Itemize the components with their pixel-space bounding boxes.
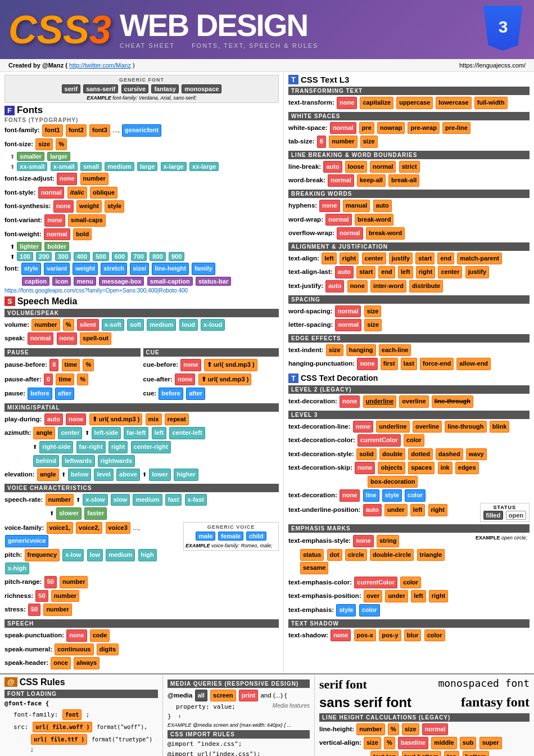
line-height-line: line-height: number % size normal — [319, 723, 530, 736]
tag-100: 100 — [17, 252, 33, 261]
t-badge-1: T — [288, 75, 298, 84]
text-decoration-basic-line: text-decoration: none underline overline… — [288, 395, 530, 408]
cue-after-line: cue-after: none ⬆ url( snd.mp3 ) — [143, 373, 279, 386]
pause-shorthand-line: pause: before after — [4, 387, 141, 400]
play-during-line: play-during: auto none ⬆ url( snd.mp3 ) … — [4, 413, 279, 426]
tag-font-variant: variant — [44, 263, 70, 275]
line-breaking-header: LINE BREAKING & WORD BOUNDARIES — [288, 151, 530, 159]
media-queries-header: MEDIA QUERIES (RESPONSIVE DESIGN) — [168, 680, 310, 688]
font-weight-nums: ⬆ 100 200 300 400 500 600 700 800 900 — [10, 251, 279, 262]
tag-small-caps: small-caps — [68, 214, 106, 227]
generic-font-label: GENERIC FONT — [8, 77, 275, 83]
shield-number: 3 — [499, 17, 508, 37]
css-import-header: CSS IMPORT RULES — [168, 730, 310, 739]
tag-percent: % — [56, 138, 67, 151]
tab-size-line: tab-size: 8 number size — [288, 135, 530, 148]
tag-status-bar: status-bar — [196, 277, 231, 286]
header-left: CSS3 WEB DESIGN CHEAT SHEET FONTS, TEXT,… — [8, 10, 318, 50]
src-code-1: src: url( file.woff ) format("woff"), — [4, 721, 158, 733]
voice-family-line: voice-family: voice1, voice2, voice3 ...… — [4, 521, 180, 548]
azimuth-line2: ⬆ right-side far-right right center-righ… — [33, 440, 279, 454]
pause-cue-after: pause-after: 0 time % cue-after: none ⬆ … — [4, 372, 279, 387]
at-badge: @ — [4, 677, 17, 687]
s-badge: S — [4, 296, 15, 306]
tag-700: 700 — [131, 252, 147, 261]
voice-family-generic: voice-family: voice1, voice2, voice3 ...… — [4, 521, 279, 617]
tag-italic: italic — [67, 187, 87, 199]
font-loading-header: FONT LOADING — [4, 690, 158, 698]
twitter-link[interactable]: http://twitter.com/Manz — [69, 62, 131, 69]
tag-x-large: x-large — [161, 162, 187, 171]
left-column: GENERIC FONT serif sans-serif cursive fa… — [0, 72, 284, 673]
voice-family-left: voice-family: voice1, voice2, voice3 ...… — [4, 521, 180, 617]
tag-style: style — [105, 200, 124, 213]
import2-line: @import url("index.css"); — [168, 750, 310, 756]
azimuth-line3: behind leftwards rightwards — [33, 454, 279, 468]
subtitle-label: FONTS, TEXT, SPEECH & RULES — [192, 42, 319, 49]
text-emphasis-shorthand-line: text-emphasis: style color — [288, 604, 530, 617]
tag-large: large — [137, 162, 157, 171]
t-badge-2: T — [288, 374, 298, 383]
text-emphasis-color-line: text-emphasis-color: currentColor color — [288, 576, 530, 590]
overflow-wrap-line: overflow-wrap: normal break-word — [288, 227, 530, 240]
text-align-last-line: text-align-last: auto start end left rig… — [288, 266, 530, 279]
pause-cue-labels: PAUSE CUE — [4, 346, 279, 358]
google-fonts-url: https://fonts.googleapis.com/css?family=… — [4, 287, 279, 294]
level3-header: LEVEL 3 — [288, 411, 530, 419]
tag-xx-large: xx-large — [189, 162, 219, 171]
richness-line: richness: 50 number — [4, 590, 180, 603]
css3-shield: 3 — [483, 6, 526, 53]
tag-font-family: family — [192, 263, 215, 275]
tag-number-1: number — [80, 173, 108, 185]
tag-icon: icon — [52, 277, 71, 286]
letter-spacing-line: letter-spacing: normal size — [288, 318, 530, 332]
main-content: GENERIC FONT serif sans-serif cursive fa… — [0, 72, 534, 673]
css-rules-section: @ CSS Rules FONT LOADING @font-face { fo… — [0, 673, 534, 756]
text-decoration-color-line: text-decoration-color: currentColor colo… — [288, 434, 530, 447]
example-font-family: EXAMPLE font-family: Verdana, Arial, san… — [8, 95, 275, 101]
tag-font-size: size/ — [130, 263, 149, 275]
font-serif-display: serif font — [319, 677, 367, 692]
tag-none-1: none — [57, 173, 77, 185]
font-shorthand-line: font: style variant weight stretch size/… — [4, 262, 279, 276]
text-decoration-title: CSS Text Decoration — [301, 374, 378, 382]
pitch-range-line: pitch-range: 50 number — [4, 575, 180, 589]
text-decoration-heading: T CSS Text Decoration — [288, 374, 530, 383]
text-underline-position-line: text-underline-position: auto under left… — [288, 503, 477, 517]
alignment-header: ALIGNMENT & JUSTIFICATION — [288, 242, 530, 251]
tag-normal-2: normal — [44, 228, 70, 241]
tag-menu: menu — [74, 277, 96, 286]
fantasy-text: fantasy font — [461, 695, 530, 709]
font-weight-sub: ⬆ lighter bolder — [10, 241, 279, 251]
generic-font-box: GENERIC FONT serif sans-serif cursive fa… — [4, 75, 279, 103]
speak-header-line: speak-header: once always — [4, 656, 279, 670]
css-rules-title: CSS Rules — [20, 677, 65, 687]
tag-font3: font3 — [89, 124, 110, 137]
generic-voice-label: GENERIC VOICE — [185, 524, 277, 530]
font-family-code: font-family: font ; — [4, 709, 158, 721]
serif-text: serif font — [319, 677, 367, 691]
text-indent-line: text-indent: size hanging each-line — [288, 344, 530, 357]
speak-numeral-line: speak-numeral: continuous digits — [4, 643, 279, 656]
css-text: CSS — [8, 8, 89, 52]
stress-line: stress: 50 number — [4, 603, 180, 616]
media-query-line: @media all screen print and (...) { — [168, 689, 310, 703]
text-decoration-line-line: text-decoration-line: none underline ove… — [288, 420, 530, 434]
text-decoration-shorthand-line: text-decoration: none line style color — [288, 489, 530, 502]
tag-font-stretch: stretch — [101, 263, 127, 275]
tag-400: 400 — [74, 252, 89, 261]
status-box: STATUS filled open — [480, 503, 530, 522]
tag-font2: font2 — [66, 124, 87, 137]
text-emphasis-style-line: text-emphasis-style: none string — [288, 534, 473, 548]
azimuth-line1: azimuth: angle center ⬆ left-side far-le… — [4, 426, 279, 440]
pause-cue-before: pause-before: 0 time % cue-before: none … — [4, 358, 279, 372]
text-l3-title: CSS Text L3 — [301, 75, 349, 84]
tag-font-style: style — [21, 263, 41, 275]
text-decoration-skip-line: text-decoration-skip: none objects space… — [288, 461, 530, 475]
edge-effects-header: EDGE EFFECTS — [288, 334, 530, 343]
font-size-line: font-size: size % — [4, 138, 279, 151]
elevation-line: elevation: angle ⬆ below level above ⬆ l… — [4, 468, 279, 482]
line-break-line: line-break: auto loose normal strict — [288, 160, 530, 174]
pitch-line: pitch: frequency x-low low medium high x… — [4, 548, 180, 575]
media-close-line: } ↑ — [168, 712, 310, 722]
